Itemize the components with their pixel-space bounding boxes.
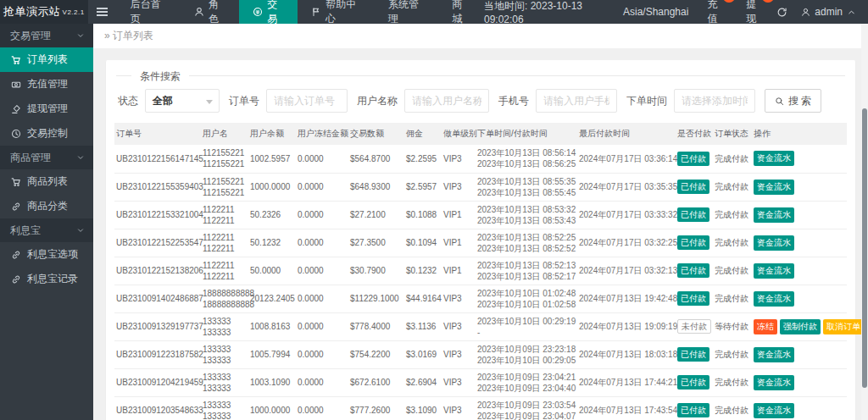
table-row: UB23100912231875821333331333331005.79940… <box>114 340 847 368</box>
sidebar-item-label: 商品分类 <box>27 199 68 213</box>
cell-order-status: 完成付款 <box>713 257 752 285</box>
nav-item-2[interactable]: 交易 <box>239 0 298 24</box>
action-button[interactable]: 资金流水 <box>754 180 794 195</box>
cell-user-name: 133333133333 <box>201 396 248 420</box>
menu-toggle-icon[interactable] <box>88 0 117 24</box>
cell-frozen: 0.0000 <box>296 257 348 285</box>
action-button[interactable]: 取消订单 <box>823 319 864 334</box>
sidebar-group-0[interactable]: 交易管理 <box>0 24 93 47</box>
search-legend: 条件搜索 <box>131 69 189 84</box>
sidebar-item-0-3[interactable]: 交易控制 <box>0 121 93 146</box>
cell-last-pay-time: 2024年07月17日 03:35:35 <box>577 173 676 201</box>
pay-status-badge: 已付款 <box>677 375 709 390</box>
cell-last-pay-time: 2024年07月13日 18:03:18 <box>577 340 676 368</box>
search-button[interactable]: 搜 索 <box>765 89 821 113</box>
pay-status-badge: 已付款 <box>677 403 709 417</box>
brand-title: 抢单演示站 <box>3 4 61 19</box>
top-header: 抢单演示站V2.2.1 后台首页角色交易帮助中心系统管理商城 当地时间: 202… <box>0 0 868 24</box>
breadcrumb: » 订单列表 <box>93 24 868 48</box>
nav-item-3[interactable]: 帮助中心 <box>298 0 375 24</box>
order-no-input[interactable] <box>266 89 348 113</box>
scrollbar-thumb[interactable] <box>862 108 867 388</box>
money-icon <box>11 80 21 90</box>
sidebar-item-2-1[interactable]: 利息宝记录 <box>0 267 93 291</box>
action-button[interactable]: 冻结 <box>754 319 777 334</box>
cell-order-no: UB2310122155359403 <box>114 173 201 201</box>
sidebar-item-1-1[interactable]: 商品分类 <box>0 194 93 218</box>
cell-frozen: 0.0000 <box>296 229 348 257</box>
action-button[interactable]: 资金流水 <box>754 151 794 166</box>
cell-order-time: 2023年10月10日 01:02:482023年10月10日 01:02:58 <box>476 285 577 312</box>
nav-item-5[interactable]: 商城 <box>438 0 484 24</box>
nav-item-4[interactable]: 系统管理 <box>375 0 438 24</box>
caret-down-icon <box>206 100 213 104</box>
cell-commission: $3.1136 <box>404 312 442 340</box>
cell-last-pay-time: 2024年07月17日 03:32:25 <box>577 229 676 257</box>
action-button[interactable]: 资金流水 <box>754 235 794 251</box>
sidebar-item-0-2[interactable]: 提现管理 <box>0 97 93 121</box>
pay-status-badge: 未付款 <box>677 319 711 334</box>
withdraw-icon <box>11 104 21 114</box>
action-button[interactable]: 资金流水 <box>754 403 794 418</box>
action-button[interactable]: 资金流水 <box>754 207 794 223</box>
cell-order-time: 2023年10月13日 08:52:132023年10月13日 08:52:17 <box>476 257 577 285</box>
action-button[interactable]: 强制付款 <box>780 319 821 334</box>
sidebar-group-2[interactable]: 利息宝 <box>0 218 93 242</box>
cell-last-pay-time: 2024年07月13日 19:09:19 <box>577 312 676 340</box>
cell-pay-status: 已付款 <box>676 285 713 312</box>
sidebar-item-label: 提现管理 <box>27 102 68 116</box>
cell-amount: $564.8700 <box>348 145 404 173</box>
cell-balance: 50.1232 <box>248 229 296 257</box>
refresh-icon[interactable] <box>776 7 787 18</box>
action-button[interactable]: 资金流水 <box>754 375 794 390</box>
cell-order-no: UB2310122152138206 <box>114 257 201 285</box>
sidebar-item-0-0[interactable]: 订单列表 <box>0 47 93 72</box>
cell-actions: 资金流水 <box>752 145 847 173</box>
cell-order-time: 2023年10月09日 23:04:212023年10月09日 23:04:40 <box>476 368 577 396</box>
scrollbar[interactable] <box>861 24 868 420</box>
cell-balance: 1000.0000 <box>248 396 296 420</box>
action-button[interactable]: 资金流水 <box>754 291 794 307</box>
cell-order-no: UB2310122156147145 <box>114 145 201 173</box>
cell-actions: 资金流水 <box>752 340 847 368</box>
user-menu[interactable]: admin <box>801 6 856 18</box>
cell-order-no: UB2310091204219459 <box>114 368 201 396</box>
cell-user-name: 11222111122211 <box>201 229 248 257</box>
cell-amount: $30.7900 <box>348 257 404 285</box>
nav-item-1[interactable]: 角色 <box>181 0 239 24</box>
sidebar-group-label: 商品管理 <box>10 151 51 165</box>
phone-input[interactable] <box>536 89 617 113</box>
pay-status-badge: 已付款 <box>677 347 709 362</box>
cell-level: VIP3 <box>442 340 476 368</box>
cell-pay-status: 已付款 <box>676 173 713 201</box>
cell-order-status: 完成付款 <box>713 340 752 368</box>
cell-last-pay-time: 2024年07月17日 03:36:14 <box>577 145 676 173</box>
cell-amount: $648.9300 <box>348 173 404 201</box>
column-header: 订单状态 <box>713 123 752 145</box>
quick-item-0[interactable]: 充值3 <box>707 0 724 26</box>
cell-commission: $0.1094 <box>404 229 442 257</box>
order-time-input[interactable] <box>674 89 755 113</box>
action-button[interactable]: 资金流水 <box>754 347 794 362</box>
sidebar-item-1-0[interactable]: 商品列表 <box>0 169 93 194</box>
nav-item-0[interactable]: 后台首页 <box>117 0 181 24</box>
cell-balance: 20123.2405 <box>248 285 296 312</box>
cell-actions: 资金流水 <box>752 201 847 229</box>
cell-order-no: UB2310091329197737 <box>114 312 201 340</box>
table-row: UB23100913291977371333331333331008.81630… <box>114 312 847 340</box>
cell-frozen: 0.0000 <box>296 173 348 201</box>
cell-last-pay-time: 2024年07月13日 19:42:48 <box>577 285 676 312</box>
action-button[interactable]: 资金流水 <box>754 263 794 279</box>
sidebar-item-2-0[interactable]: 利息宝选项 <box>0 242 93 267</box>
quick-item-1[interactable]: 提现0 <box>746 0 763 26</box>
sidebar-item-0-1[interactable]: 充值管理 <box>0 72 93 97</box>
chevron-down-icon <box>76 226 85 235</box>
status-select[interactable]: 全部 <box>145 89 220 113</box>
user-name-input[interactable] <box>404 89 489 113</box>
pay-status-badge: 已付款 <box>677 152 709 166</box>
brand-version: V2.2.1 <box>63 8 85 16</box>
cell-amount: $672.6100 <box>348 368 404 396</box>
column-header: 用户名 <box>201 123 248 145</box>
sidebar-group-1[interactable]: 商品管理 <box>0 146 93 169</box>
cell-order-status: 完成付款 <box>713 229 752 257</box>
